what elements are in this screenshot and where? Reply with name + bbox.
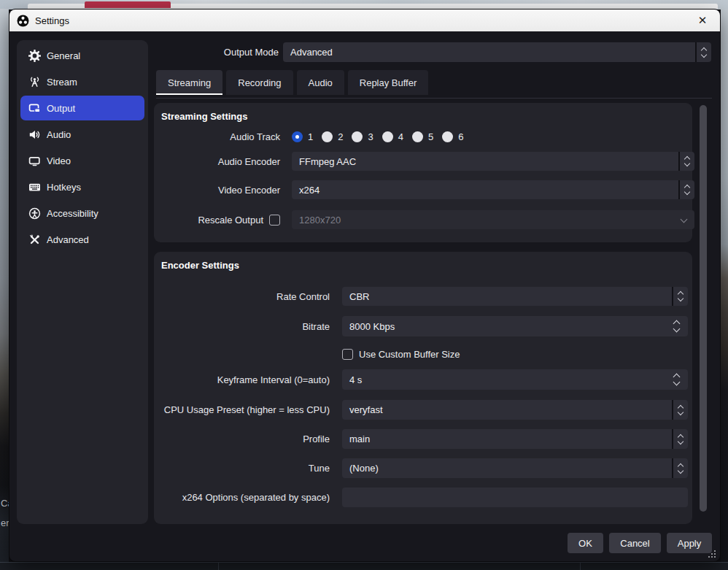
cancel-button[interactable]: Cancel: [609, 533, 661, 553]
tools-icon: [28, 234, 41, 246]
close-icon[interactable]: ✕: [691, 9, 714, 31]
dropdown-spinner[interactable]: [695, 42, 711, 62]
resize-grip[interactable]: [708, 550, 716, 558]
output-mode-value: Advanced: [290, 47, 333, 58]
sidebar-item-advanced[interactable]: Advanced: [20, 227, 144, 252]
radio-icon: [442, 131, 453, 142]
audio-track-radio-6[interactable]: 6: [442, 131, 463, 142]
audio-track-radio-3[interactable]: 3: [352, 131, 373, 142]
sidebar-item-label: Output: [47, 103, 75, 114]
custom-buffer-row: Use Custom Buffer Size: [161, 347, 681, 361]
dropdown-spinner[interactable]: [672, 458, 688, 478]
rescale-output-checkbox[interactable]: [269, 215, 280, 226]
bitrate-spinbox[interactable]: 8000 Kbps: [342, 316, 688, 336]
background-left-sliver: Ca er: [0, 9, 9, 570]
sidebar-item-audio[interactable]: Audio: [20, 122, 144, 147]
bitrate-row: Bitrate 8000 Kbps: [161, 316, 681, 336]
audio-track-label: Audio Track: [161, 127, 280, 146]
radio-icon: [352, 131, 363, 142]
profile-select[interactable]: main: [342, 429, 688, 449]
section-title: Streaming Settings: [161, 111, 247, 122]
cpu-preset-label: CPU Usage Preset (higher = less CPU): [161, 400, 330, 420]
accessibility-icon: [28, 207, 41, 220]
audio-track-radio-4[interactable]: 4: [382, 131, 403, 142]
audio-encoder-row: Audio Encoder FFmpeg AAC: [161, 152, 687, 171]
rate-control-select[interactable]: CBR: [342, 287, 688, 306]
tab-streaming[interactable]: Streaming: [156, 70, 222, 95]
video-encoder-select[interactable]: x264: [292, 180, 694, 199]
output-mode-select[interactable]: Advanced: [283, 42, 711, 62]
audio-track-radio-5[interactable]: 5: [412, 131, 433, 142]
rescale-resolution-select[interactable]: 1280x720: [292, 210, 694, 229]
background-text-fragment: Ca: [1, 498, 9, 509]
bitrate-label: Bitrate: [161, 316, 330, 336]
sidebar-item-output[interactable]: Output: [20, 96, 144, 120]
video-encoder-row: Video Encoder x264: [161, 180, 687, 199]
x264-options-row: x264 Options (separated by space): [161, 488, 681, 507]
vertical-scrollbar[interactable]: [700, 105, 707, 512]
dropdown-spinner[interactable]: [672, 400, 688, 420]
tab-audio[interactable]: Audio: [297, 70, 344, 95]
custom-buffer-checkbox[interactable]: [342, 349, 353, 360]
x264-options-label: x264 Options (separated by space): [161, 488, 330, 507]
audio-track-row: Audio Track 1 2 3 4 5 6: [161, 127, 687, 146]
audio-track-radio-group: 1 2 3 4 5 6: [292, 127, 463, 146]
background-bottom-strip: [0, 562, 728, 570]
profile-label: Profile: [161, 429, 330, 449]
custom-buffer-label: Use Custom Buffer Size: [359, 349, 460, 360]
background-right-sliver: [721, 9, 728, 570]
chevron-down-icon: [681, 216, 688, 223]
rescale-output-row: Rescale Output 1280x720: [161, 210, 687, 229]
audio-track-radio-1[interactable]: 1: [292, 131, 313, 142]
x264-options-input[interactable]: [342, 488, 688, 507]
audio-track-radio-2[interactable]: 2: [322, 131, 343, 142]
video-encoder-label: Video Encoder: [161, 180, 280, 199]
broadcast-icon: [28, 76, 41, 88]
sidebar-item-video[interactable]: Video: [20, 148, 144, 173]
window-title: Settings: [35, 15, 69, 26]
titlebar[interactable]: Settings ✕: [9, 9, 720, 31]
output-tabs: Streaming Recording Audio Replay Buffer: [156, 70, 428, 95]
settings-window: Settings ✕ General Stream Output: [9, 9, 721, 562]
sidebar-item-accessibility[interactable]: Accessibility: [20, 201, 144, 226]
sidebar-item-label: Audio: [47, 129, 71, 140]
sidebar-item-stream[interactable]: Stream: [20, 69, 144, 94]
dropdown-spinner[interactable]: [672, 429, 688, 449]
sidebar: General Stream Output Audio: [17, 40, 148, 524]
sidebar-item-hotkeys[interactable]: Hotkeys: [20, 174, 144, 199]
encoder-settings-panel: Encoder Settings Rate Control CBR Bitrat…: [154, 252, 692, 524]
output-screen-icon: [28, 102, 41, 115]
keyframe-interval-label: Keyframe Interval (0=auto): [161, 369, 330, 390]
streaming-settings-panel: Streaming Settings Audio Track 1 2 3 4 5…: [154, 103, 692, 242]
speaker-icon: [28, 128, 41, 141]
keyboard-icon: [28, 181, 41, 193]
radio-icon: [412, 131, 423, 142]
radio-checked-icon: [292, 131, 303, 142]
audio-encoder-label: Audio Encoder: [161, 152, 280, 171]
sidebar-item-label: Accessibility: [47, 208, 98, 219]
audio-encoder-select[interactable]: FFmpeg AAC: [292, 152, 694, 171]
tune-select[interactable]: (None): [342, 458, 688, 478]
dropdown-spinner[interactable]: [678, 152, 694, 171]
desktop: Ca er Settings ✕ General: [0, 0, 728, 570]
tab-recording[interactable]: Recording: [226, 70, 293, 95]
cpu-preset-select[interactable]: veryfast: [342, 400, 688, 420]
keyframe-interval-spinbox[interactable]: 4 s: [342, 369, 688, 390]
chevron-down-icon[interactable]: [673, 379, 681, 386]
radio-icon: [322, 131, 333, 142]
tab-divider: [156, 98, 712, 99]
section-title: Encoder Settings: [161, 260, 239, 271]
apply-button[interactable]: Apply: [667, 533, 712, 553]
tune-label: Tune: [161, 458, 330, 478]
cpu-preset-row: CPU Usage Preset (higher = less CPU) ver…: [161, 400, 681, 420]
rate-control-row: Rate Control CBR: [161, 287, 681, 306]
rescale-output-label: Rescale Output: [198, 215, 263, 226]
background-text-fragment: er: [1, 517, 9, 528]
dropdown-spinner[interactable]: [672, 287, 688, 306]
chevron-down-icon[interactable]: [673, 326, 681, 333]
tab-replay-buffer[interactable]: Replay Buffer: [348, 70, 429, 95]
ok-button[interactable]: OK: [568, 533, 603, 553]
keyframe-interval-row: Keyframe Interval (0=auto) 4 s: [161, 369, 681, 390]
sidebar-item-label: Video: [47, 155, 71, 166]
dropdown-spinner[interactable]: [678, 180, 694, 199]
